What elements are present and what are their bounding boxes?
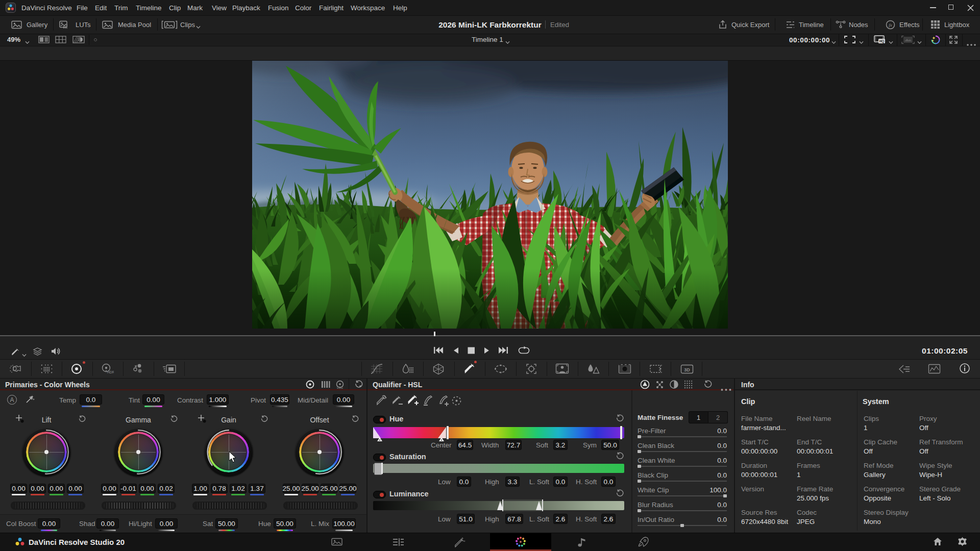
svg-text:LOG: LOG [337,386,343,389]
svg-text:fx: fx [889,22,892,28]
svg-text:3D: 3D [684,367,690,372]
svg-text:HDR: HDR [107,370,114,374]
svg-text:HQ: HQ [879,39,885,43]
